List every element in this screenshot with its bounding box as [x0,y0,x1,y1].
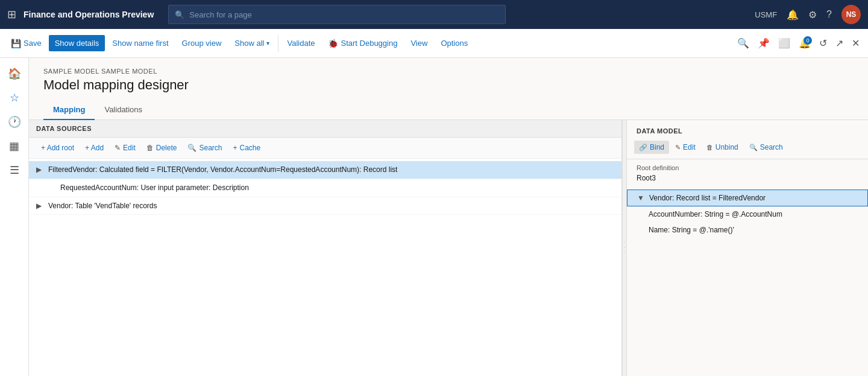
validate-button[interactable]: Validate [281,35,321,51]
left-panel-header: DATA SOURCES [29,120,621,138]
edit-button[interactable]: ✎ Edit [110,141,140,155]
delete-button[interactable]: 🗑 Delete [142,141,182,155]
add-root-button[interactable]: + Add root [36,141,79,155]
app-layout: 🏠 ☆ 🕐 ▦ ☰ SAMPLE MODEL SAMPLE MODEL Mode… [0,58,868,376]
unbind-icon: 🗑 [706,144,713,151]
right-edit-button[interactable]: ✎ Edit [670,141,700,154]
tree-item-text: RequestedAccountNum: User input paramete… [60,183,614,193]
root-definition-value: Root3 [637,174,858,182]
show-all-button[interactable]: Show all [228,35,275,51]
expand-icon: ▼ [637,194,647,202]
sidebar-item-modules[interactable]: ☰ [4,159,25,181]
tree-item[interactable]: ▶ RequestedAccountNum: User input parame… [29,179,621,197]
right-tree-item-text: AccountNumber: String = @.AccountNum [649,210,782,218]
tree-item-text: Vendor: Table 'VendTable' records [48,201,614,211]
group-view-button[interactable]: Group view [176,35,228,51]
badge-icon[interactable]: 🔔0 [795,34,814,53]
right-tree-item-text: Name: String = @.'name()' [649,226,734,234]
tabs: Mapping Validations [29,100,868,120]
save-button[interactable]: 💾 Save [5,35,48,52]
right-panel-header: DATA MODEL [627,120,868,138]
refresh-icon[interactable]: ↺ [816,34,831,53]
right-tree-item[interactable]: AccountNumber: String = @.AccountNum [627,206,868,222]
sidebar-item-workspaces[interactable]: ▦ [4,135,25,157]
view-button[interactable]: View [404,35,433,51]
env-label: USMF [755,10,777,19]
sidebar: 🏠 ☆ 🕐 ▦ ☰ [0,58,29,376]
bind-button[interactable]: 🔗 Bind [634,141,669,154]
global-search-bar[interactable]: 🔍 Search for a page [168,5,506,24]
top-nav: ⊞ Finance and Operations Preview 🔍 Searc… [0,0,868,29]
expand-icon: ▶ [36,165,46,174]
right-panel-tree: ▼ Vendor: Record list = FilteredVendor A… [627,187,868,376]
popout-icon[interactable]: ↗ [832,34,847,53]
right-tree-item-text: Vendor: Record list = FilteredVendor [649,194,766,202]
search-icon: 🔍 [749,144,758,151]
edit-icon: ✎ [675,144,681,151]
unbind-button[interactable]: 🗑 Unbind [702,141,743,154]
right-tree-item[interactable]: ▼ Vendor: Record list = FilteredVendor [627,190,868,206]
app-title: Finance and Operations Preview [24,10,154,19]
root-definition-label: Root definition [637,164,858,171]
show-details-button[interactable]: Show details [49,35,105,51]
bind-icon: 🔗 [639,144,647,151]
save-icon: 💾 [11,39,21,48]
top-nav-right: USMF 🔔 ⚙ ? NS [755,5,861,24]
tree-item[interactable]: ▶ Vendor: Table 'VendTable' records [29,197,621,215]
search-placeholder: Search for a page [189,10,251,19]
sidebar-item-recent[interactable]: 🕐 [4,111,25,133]
toolbar-search-icon[interactable]: 🔍 [734,34,753,53]
root-definition-section: Root definition Root3 [627,159,868,187]
close-icon[interactable]: ✕ [848,34,863,53]
tree-item-text: FilteredVendor: Calculated field = FILTE… [48,165,614,175]
resize-handle[interactable]: · · · [622,120,627,376]
cache-button[interactable]: + Cache [228,141,265,155]
main-content: SAMPLE MODEL SAMPLE MODEL Model mapping … [29,58,868,376]
left-panel-tree: ▶ FilteredVendor: Calculated field = FIL… [29,159,621,376]
search-icon: 🔍 [175,10,184,19]
settings-icon[interactable]: ⚙ [808,9,817,21]
toolbar: 💾 Save Show details Show name first Grou… [0,29,868,58]
left-panel-toolbar: + Add root + Add ✎ Edit 🗑 Delete 🔍 [29,138,621,159]
panels: DATA SOURCES + Add root + Add ✎ Edit 🗑 [29,120,868,376]
right-panel: DATA MODEL 🔗 Bind ✎ Edit 🗑 Unbind [627,120,868,376]
debug-icon: 🐞 [328,39,338,48]
left-panel: DATA SOURCES + Add root + Add ✎ Edit 🗑 [29,120,622,376]
toolbar-divider-1 [278,35,278,52]
tab-validations[interactable]: Validations [95,100,152,120]
expand-icon[interactable]: ⬜ [775,34,794,53]
pin-icon[interactable]: 📌 [754,34,773,53]
tree-item[interactable]: ▶ FilteredVendor: Calculated field = FIL… [29,161,621,179]
page-title: Model mapping designer [43,77,854,93]
help-icon[interactable]: ? [826,9,832,20]
options-button[interactable]: Options [435,35,474,51]
start-debugging-button[interactable]: 🐞 Start Debugging [322,35,403,52]
toolbar-action-icons: 📌 ⬜ 🔔0 ↺ ↗ ✕ [754,34,863,53]
search-button[interactable]: 🔍 Search [183,141,227,155]
add-button[interactable]: + Add [80,141,108,155]
show-name-first-button[interactable]: Show name first [106,35,174,51]
notification-icon[interactable]: 🔔 [787,9,799,21]
user-avatar[interactable]: NS [841,5,861,24]
right-search-button[interactable]: 🔍 Search [744,141,788,154]
tab-mapping[interactable]: Mapping [43,100,95,120]
expand-icon: ▶ [36,202,46,210]
sidebar-item-home[interactable]: 🏠 [4,63,25,84]
page-header: SAMPLE MODEL SAMPLE MODEL Model mapping … [29,58,868,100]
breadcrumb: SAMPLE MODEL SAMPLE MODEL [43,68,854,75]
right-panel-toolbar: 🔗 Bind ✎ Edit 🗑 Unbind 🔍 Search [627,138,868,159]
sidebar-item-favorites[interactable]: ☆ [4,87,25,109]
grid-icon[interactable]: ⊞ [7,8,16,21]
right-tree-item[interactable]: Name: String = @.'name()' [627,222,868,238]
